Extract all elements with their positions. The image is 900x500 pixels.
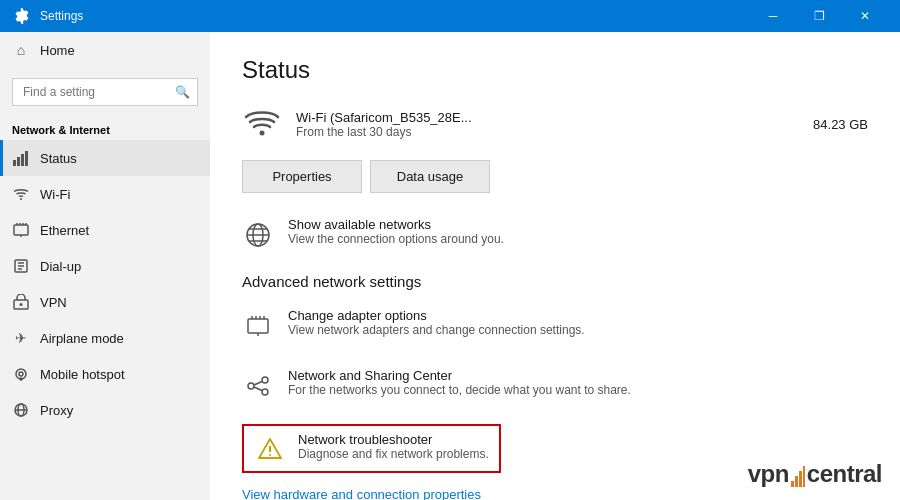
signal-bars-icon: [791, 461, 805, 487]
network-card: Wi-Fi (Safaricom_B535_28E... From the la…: [242, 104, 868, 144]
settings-icon: [12, 6, 32, 26]
titlebar: Settings ─ ❐ ✕: [0, 0, 900, 32]
dialup-icon: [12, 257, 30, 275]
sidebar-item-label: Ethernet: [40, 223, 89, 238]
sidebar-item-label: Wi-Fi: [40, 187, 70, 202]
sidebar-item-label: Dial-up: [40, 259, 81, 274]
network-section-label: Network & Internet: [0, 116, 210, 140]
sharing-desc: For the networks you connect to, decide …: [288, 383, 631, 397]
search-icon: 🔍: [175, 85, 190, 99]
svg-point-17: [20, 378, 22, 380]
troubleshooter-title: Network troubleshooter: [298, 432, 489, 447]
window-title: Settings: [40, 9, 750, 23]
sidebar: ⌂ Home 🔍 Network & Internet Status: [0, 32, 210, 500]
svg-line-36: [254, 382, 262, 386]
sidebar-item-airplane[interactable]: ✈ Airplane mode: [0, 320, 210, 356]
adapter-options-item[interactable]: Change adapter options View network adap…: [242, 304, 868, 346]
data-usage-button[interactable]: Data usage: [370, 160, 490, 193]
sidebar-item-label: VPN: [40, 295, 67, 310]
restore-button[interactable]: ❐: [796, 0, 842, 32]
page-title: Status: [242, 56, 868, 84]
globe-icon: [242, 219, 274, 251]
sidebar-item-hotspot[interactable]: Mobile hotspot: [0, 356, 210, 392]
show-networks-desc: View the connection options around you.: [288, 232, 504, 246]
sidebar-item-vpn[interactable]: VPN: [0, 284, 210, 320]
hardware-properties-link[interactable]: View hardware and connection properties: [242, 487, 868, 500]
adapter-icon: [242, 310, 274, 342]
sidebar-item-home[interactable]: ⌂ Home: [0, 32, 210, 68]
adapter-title: Change adapter options: [288, 308, 585, 323]
vpn-icon: [12, 293, 30, 311]
central-text: central: [807, 460, 882, 488]
vpncentral-branding: vpn central: [748, 460, 882, 488]
sidebar-item-ethernet[interactable]: Ethernet: [0, 212, 210, 248]
sharing-icon: [242, 370, 274, 402]
proxy-icon: [12, 401, 30, 419]
content-area: Status Wi-Fi (Safaricom_B535_28E... From…: [210, 32, 900, 500]
status-icon: [12, 149, 30, 167]
svg-rect-27: [248, 319, 268, 333]
sidebar-item-wifi[interactable]: Wi-Fi: [0, 176, 210, 212]
svg-rect-3: [25, 151, 28, 166]
window-controls: ─ ❐ ✕: [750, 0, 888, 32]
svg-point-4: [20, 198, 22, 200]
svg-rect-2: [21, 154, 24, 166]
svg-rect-42: [799, 471, 802, 487]
svg-point-33: [248, 383, 254, 389]
troubleshooter-item[interactable]: Network troubleshooter Diagnose and fix …: [242, 424, 501, 473]
network-subtitle: From the last 30 days: [296, 125, 813, 139]
button-row: Properties Data usage: [242, 160, 868, 193]
sharing-center-item[interactable]: Network and Sharing Center For the netwo…: [242, 364, 868, 406]
home-icon: ⌂: [12, 41, 30, 59]
svg-line-37: [254, 387, 262, 391]
sidebar-item-label: Mobile hotspot: [40, 367, 125, 382]
warning-icon: [254, 433, 286, 465]
sidebar-item-label: Status: [40, 151, 77, 166]
advanced-section-title: Advanced network settings: [242, 273, 868, 290]
network-info: Wi-Fi (Safaricom_B535_28E... From the la…: [296, 110, 813, 139]
minimize-button[interactable]: ─: [750, 0, 796, 32]
main-layout: ⌂ Home 🔍 Network & Internet Status: [0, 32, 900, 500]
wifi-signal-icon: [242, 104, 282, 144]
sharing-title: Network and Sharing Center: [288, 368, 631, 383]
sidebar-item-proxy[interactable]: Proxy: [0, 392, 210, 428]
ethernet-icon: [12, 221, 30, 239]
svg-point-39: [269, 454, 271, 456]
svg-rect-5: [14, 225, 28, 235]
adapter-desc: View network adapters and change connect…: [288, 323, 585, 337]
sidebar-item-label: Airplane mode: [40, 331, 124, 346]
show-networks-title: Show available networks: [288, 217, 504, 232]
svg-rect-1: [17, 157, 20, 166]
show-networks-item[interactable]: Show available networks View the connect…: [242, 213, 868, 255]
hotspot-icon: [12, 365, 30, 383]
sidebar-item-label: Proxy: [40, 403, 73, 418]
svg-point-35: [262, 389, 268, 395]
sidebar-item-dialup[interactable]: Dial-up: [0, 248, 210, 284]
sharing-text: Network and Sharing Center For the netwo…: [288, 368, 631, 397]
airplane-icon: ✈: [12, 329, 30, 347]
search-input[interactable]: [12, 78, 198, 106]
svg-point-21: [260, 131, 265, 136]
sidebar-item-status[interactable]: Status: [0, 140, 210, 176]
svg-rect-40: [791, 481, 794, 487]
svg-point-16: [20, 303, 23, 306]
close-button[interactable]: ✕: [842, 0, 888, 32]
vpn-text: vpn: [748, 460, 789, 488]
svg-rect-0: [13, 160, 16, 166]
svg-rect-43: [803, 466, 805, 487]
svg-rect-41: [795, 476, 798, 487]
sidebar-item-label: Home: [40, 43, 75, 58]
adapter-text: Change adapter options View network adap…: [288, 308, 585, 337]
network-name: Wi-Fi (Safaricom_B535_28E...: [296, 110, 813, 125]
svg-point-34: [262, 377, 268, 383]
sidebar-search: 🔍: [12, 78, 198, 106]
properties-button[interactable]: Properties: [242, 160, 362, 193]
show-networks-text: Show available networks View the connect…: [288, 217, 504, 246]
network-data-usage: 84.23 GB: [813, 117, 868, 132]
wifi-icon: [12, 185, 30, 203]
troubleshooter-text: Network troubleshooter Diagnose and fix …: [298, 432, 489, 461]
troubleshooter-desc: Diagnose and fix network problems.: [298, 447, 489, 461]
